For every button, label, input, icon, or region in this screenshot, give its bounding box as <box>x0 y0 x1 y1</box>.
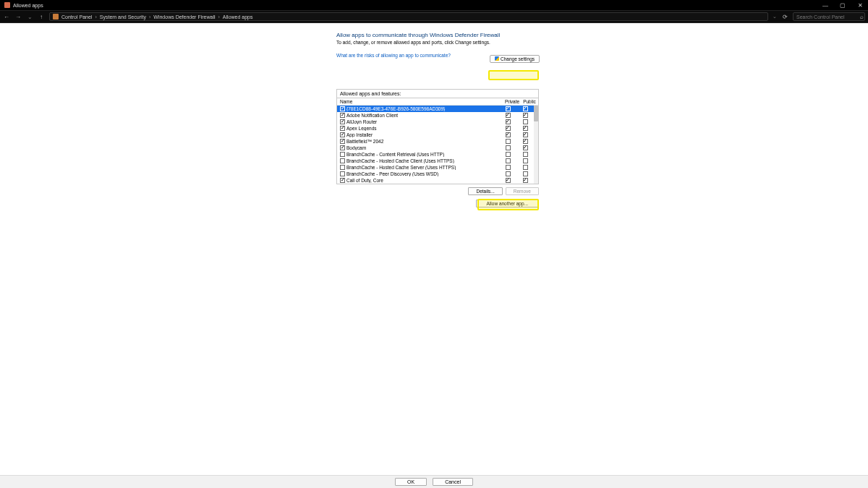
chevron-down-icon[interactable]: ⌄ <box>773 14 777 20</box>
search-box[interactable]: ⌕ <box>793 12 865 21</box>
minimize-button[interactable]: — <box>822 2 829 9</box>
shield-icon <box>53 14 59 20</box>
table-row[interactable]: Bodycam <box>337 145 538 151</box>
private-checkbox[interactable] <box>506 132 511 137</box>
row-checkbox[interactable] <box>340 165 345 170</box>
address-end: ⌄ ⟳ ⌕ <box>773 12 865 21</box>
page-subtext: To add, change, or remove allowed apps a… <box>336 40 539 45</box>
row-name: {78E1CD88-49E3-476E-B926-580E598AD309} <box>346 106 445 111</box>
forward-button[interactable]: → <box>14 14 22 20</box>
scrollbar-thumb[interactable] <box>534 106 538 121</box>
row-checkbox[interactable] <box>340 106 345 111</box>
refresh-button[interactable]: ⟳ <box>781 14 788 20</box>
private-checkbox[interactable] <box>506 171 511 176</box>
table-row[interactable]: BranchCache - Hosted Cache Server (Uses … <box>337 164 538 171</box>
public-checkbox[interactable] <box>523 139 528 144</box>
row-checkbox[interactable] <box>340 158 345 163</box>
private-checkbox[interactable] <box>506 113 511 118</box>
list-label: Allowed apps and features: <box>337 90 538 98</box>
title-bar: Allowed apps — ▢ ✕ <box>0 0 868 10</box>
public-checkbox[interactable] <box>523 178 528 183</box>
ok-button[interactable]: OK <box>395 478 427 486</box>
breadcrumb-item[interactable]: System and Security <box>100 14 146 20</box>
maximize-button[interactable]: ▢ <box>839 2 846 9</box>
table-row[interactable]: App Installer <box>337 132 538 138</box>
row-checkbox[interactable] <box>340 132 345 137</box>
row-name: BranchCache - Peer Discovery (Uses WSD) <box>346 171 438 176</box>
breadcrumb-item[interactable]: Control Panel <box>61 14 92 20</box>
table-row[interactable]: BranchCache - Content Retrieval (Uses HT… <box>337 151 538 158</box>
details-button[interactable]: Details... <box>468 187 502 195</box>
allow-row: Allow another app... <box>336 200 539 207</box>
public-checkbox[interactable] <box>523 145 528 150</box>
list-buttons: Details... Remove <box>336 187 539 195</box>
row-checkbox[interactable] <box>340 152 345 157</box>
row-name: AllJoyn Router <box>346 119 377 124</box>
row-checkbox[interactable] <box>340 178 345 183</box>
chevron-right-icon: › <box>95 14 96 20</box>
table-row[interactable]: Call of Duty, Core <box>337 177 538 184</box>
row-name: Call of Duty, Core <box>346 178 383 183</box>
search-input[interactable] <box>796 14 860 20</box>
row-name: BranchCache - Content Retrieval (Uses HT… <box>346 152 444 157</box>
allow-another-app-button[interactable]: Allow another app... <box>476 200 539 207</box>
risk-link[interactable]: What are the risks of allowing an app to… <box>336 53 451 58</box>
row-checkbox[interactable] <box>340 171 345 176</box>
public-checkbox[interactable] <box>523 119 528 124</box>
row-name: BranchCache - Hosted Cache Client (Uses … <box>346 158 454 163</box>
row-name: Adobe Notification Client <box>346 113 398 118</box>
allowed-apps-list: Allowed apps and features: Name Private … <box>336 89 539 184</box>
up-button[interactable]: ↑ <box>38 14 45 20</box>
private-checkbox[interactable] <box>506 126 511 131</box>
footer-bar: OK Cancel <box>0 475 868 488</box>
col-public[interactable]: Public <box>521 98 538 105</box>
cancel-button[interactable]: Cancel <box>433 478 473 486</box>
row-checkbox[interactable] <box>340 119 345 124</box>
window-controls: — ▢ ✕ <box>822 2 864 9</box>
private-checkbox[interactable] <box>506 158 511 163</box>
row-checkbox[interactable] <box>340 139 345 144</box>
private-checkbox[interactable] <box>506 106 511 111</box>
address-bar: ← → ⌄ ↑ Control Panel › System and Secur… <box>0 10 868 23</box>
list-rows[interactable]: {78E1CD88-49E3-476E-B926-580E598AD309}Ad… <box>337 106 538 184</box>
history-dropdown[interactable]: ⌄ <box>26 14 33 20</box>
table-row[interactable]: Battlefield™ 2042 <box>337 138 538 145</box>
private-checkbox[interactable] <box>506 139 511 144</box>
row-checkbox[interactable] <box>340 145 345 150</box>
public-checkbox[interactable] <box>523 152 528 157</box>
private-checkbox[interactable] <box>506 145 511 150</box>
chevron-right-icon: › <box>149 14 150 20</box>
public-checkbox[interactable] <box>523 126 528 131</box>
row-checkbox[interactable] <box>340 126 345 131</box>
firewall-panel: Allow apps to communicate through Window… <box>336 32 539 207</box>
close-button[interactable]: ✕ <box>856 2 864 9</box>
public-checkbox[interactable] <box>523 113 528 118</box>
row-checkbox[interactable] <box>340 113 345 118</box>
private-checkbox[interactable] <box>506 178 511 183</box>
change-settings-button[interactable]: Change settings <box>490 55 540 63</box>
public-checkbox[interactable] <box>523 132 528 137</box>
row-name: App Installer <box>346 132 373 137</box>
content-area: Allow apps to communicate through Window… <box>0 23 868 475</box>
scrollbar[interactable] <box>534 106 538 184</box>
private-checkbox[interactable] <box>506 152 511 157</box>
row-name: Battlefield™ 2042 <box>346 139 383 144</box>
chevron-right-icon: › <box>218 14 220 20</box>
row-name: Apex Legends <box>346 126 377 131</box>
breadcrumb-item[interactable]: Allowed apps <box>223 14 253 20</box>
private-checkbox[interactable] <box>506 119 511 124</box>
breadcrumb[interactable]: Control Panel › System and Security › Wi… <box>49 12 768 21</box>
search-icon[interactable]: ⌕ <box>860 14 864 20</box>
public-checkbox[interactable] <box>523 158 528 163</box>
public-checkbox[interactable] <box>523 165 528 170</box>
public-checkbox[interactable] <box>523 106 528 111</box>
table-row[interactable]: BranchCache - Hosted Cache Client (Uses … <box>337 158 538 164</box>
private-checkbox[interactable] <box>506 165 511 170</box>
col-name[interactable]: Name <box>337 98 503 105</box>
public-checkbox[interactable] <box>523 171 528 176</box>
row-name: BranchCache - Hosted Cache Server (Uses … <box>346 165 456 170</box>
breadcrumb-item[interactable]: Windows Defender Firewall <box>153 14 215 20</box>
back-button[interactable]: ← <box>3 14 10 20</box>
remove-button[interactable]: Remove <box>506 187 539 195</box>
col-private[interactable]: Private <box>503 98 521 105</box>
